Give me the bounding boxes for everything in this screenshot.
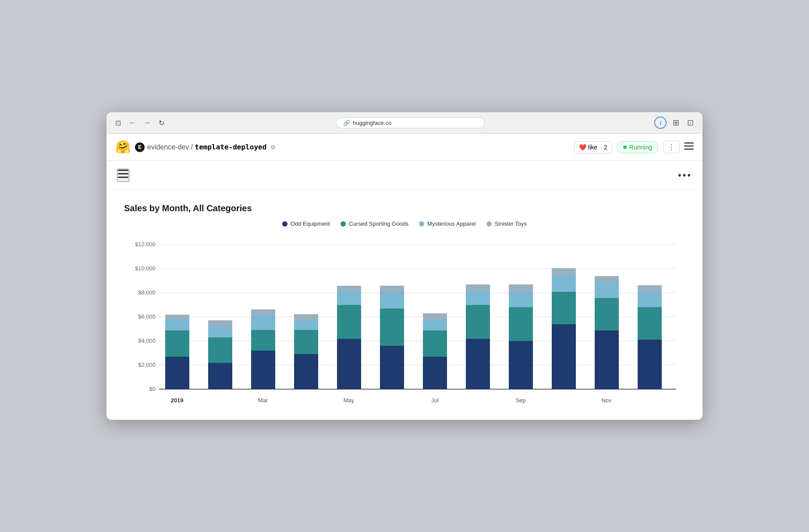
legend-item-cursed: Cursed Sporting Goods (341, 220, 408, 227)
chart-legend: Odd Equipment Cursed Sporting Goods Myst… (124, 220, 685, 227)
svg-rect-62 (595, 298, 619, 330)
repo-icon: E (135, 142, 145, 152)
top-hamburger-button[interactable] (684, 142, 694, 152)
legend-dot-odd (282, 221, 287, 227)
svg-text:$12,000: $12,000 (135, 241, 156, 248)
hamburger-icon (684, 142, 694, 150)
svg-rect-24 (165, 315, 189, 319)
svg-rect-53 (509, 341, 533, 389)
legend-item-sinister: Sinister Toys (486, 220, 527, 227)
svg-rect-54 (509, 307, 533, 341)
chart-title: Sales by Month, All Categories (124, 203, 685, 213)
browser-window: ⊡ ← → ↻ 🔗 huggingface.co i ⊞ ⊡ 🤗 E evide… (106, 112, 703, 420)
content-hamburger-icon (118, 170, 128, 178)
copy-button[interactable]: ⧉ (271, 143, 275, 151)
address-bar-inner[interactable]: 🔗 huggingface.co (336, 117, 485, 128)
browser-controls: ⊡ ← → ↻ (114, 118, 166, 128)
svg-rect-35 (294, 320, 318, 330)
legend-dot-mysterious (419, 221, 424, 227)
svg-rect-38 (337, 305, 361, 339)
app-title: E evidence-dev / template-deployed (135, 142, 266, 152)
legend-label-mysterious: Mysterious Apparel (427, 220, 476, 227)
svg-rect-2 (684, 149, 694, 150)
svg-rect-22 (165, 330, 189, 357)
svg-rect-25 (208, 363, 232, 389)
svg-rect-32 (251, 309, 275, 316)
svg-rect-28 (208, 320, 232, 326)
svg-text:$2,000: $2,000 (138, 362, 156, 368)
url-text: huggingface.co (353, 120, 391, 126)
address-bar: 🔗 huggingface.co (171, 117, 649, 128)
svg-text:Mar: Mar (258, 397, 268, 404)
svg-text:$0: $0 (149, 386, 156, 392)
svg-rect-47 (423, 319, 447, 330)
svg-rect-34 (294, 330, 318, 354)
svg-rect-49 (466, 339, 490, 389)
svg-text:Sep: Sep (515, 397, 525, 404)
svg-text:Nov: Nov (601, 397, 612, 404)
svg-rect-0 (684, 142, 694, 144)
like-button[interactable]: ❤️ like 2 (574, 141, 612, 153)
svg-text:Jul: Jul (431, 397, 439, 404)
svg-text:$4,000: $4,000 (138, 337, 156, 344)
chart-container: $0 $2,000 $4,000 $6,000 $8,000 $10,000 $… (124, 236, 685, 411)
svg-rect-4 (118, 173, 128, 174)
more-options-button[interactable]: ⋮ (663, 141, 680, 153)
password-manager-button[interactable]: i (654, 117, 667, 129)
legend-label-cursed: Cursed Sporting Goods (349, 220, 408, 227)
svg-text:$10,000: $10,000 (135, 265, 156, 272)
content-toolbar: ••• (106, 161, 703, 190)
svg-rect-46 (423, 330, 447, 357)
svg-rect-27 (208, 326, 232, 337)
svg-rect-31 (251, 316, 275, 330)
svg-rect-1 (684, 145, 694, 147)
svg-text:2019: 2019 (171, 397, 184, 404)
svg-rect-64 (595, 276, 619, 282)
svg-rect-41 (380, 346, 404, 389)
svg-rect-63 (595, 282, 619, 298)
link-icon: 🔗 (343, 120, 350, 126)
svg-rect-43 (380, 292, 404, 309)
chart-section: Sales by Month, All Categories Odd Equip… (106, 190, 703, 420)
svg-rect-58 (552, 292, 576, 324)
repo-owner: evidence-dev / template-deployed (147, 143, 266, 151)
app-logo: 🤗 (115, 140, 131, 154)
chart-svg: $0 $2,000 $4,000 $6,000 $8,000 $10,000 $… (124, 236, 685, 411)
svg-rect-42 (380, 309, 404, 346)
svg-rect-57 (552, 324, 576, 389)
svg-rect-61 (595, 330, 619, 389)
running-badge: Running (617, 141, 659, 153)
browser-actions: i ⊞ ⊡ (654, 117, 695, 129)
like-label: like (588, 144, 597, 151)
svg-rect-50 (466, 305, 490, 339)
legend-dot-cursed (341, 221, 346, 227)
svg-rect-45 (423, 357, 447, 389)
extensions-button[interactable]: ⊞ (671, 117, 681, 128)
svg-text:$6,000: $6,000 (138, 313, 156, 320)
svg-rect-3 (118, 170, 128, 171)
svg-rect-29 (251, 351, 275, 389)
refresh-button[interactable]: ↻ (157, 118, 166, 128)
app-header: 🤗 E evidence-dev / template-deployed ⧉ ❤… (106, 134, 703, 161)
svg-rect-5 (118, 177, 128, 178)
sidebar-toggle-button[interactable]: ⊡ (114, 118, 123, 128)
dots-menu-button[interactable]: ••• (678, 170, 692, 181)
svg-rect-67 (638, 291, 662, 307)
svg-rect-65 (638, 340, 662, 389)
svg-rect-36 (294, 314, 318, 320)
svg-rect-37 (337, 339, 361, 389)
back-button[interactable]: ← (127, 118, 138, 128)
svg-text:$8,000: $8,000 (138, 289, 156, 296)
svg-rect-55 (509, 291, 533, 307)
svg-rect-23 (165, 319, 189, 330)
content-hamburger-button[interactable] (117, 169, 129, 182)
svg-rect-44 (380, 286, 404, 292)
svg-rect-60 (552, 268, 576, 275)
legend-label-odd: Odd Equipment (291, 220, 330, 227)
forward-button[interactable]: → (142, 118, 153, 128)
svg-rect-59 (552, 275, 576, 292)
split-view-button[interactable]: ⊡ (685, 117, 695, 128)
svg-rect-56 (509, 284, 533, 291)
svg-rect-48 (423, 313, 447, 319)
svg-rect-51 (466, 291, 490, 305)
